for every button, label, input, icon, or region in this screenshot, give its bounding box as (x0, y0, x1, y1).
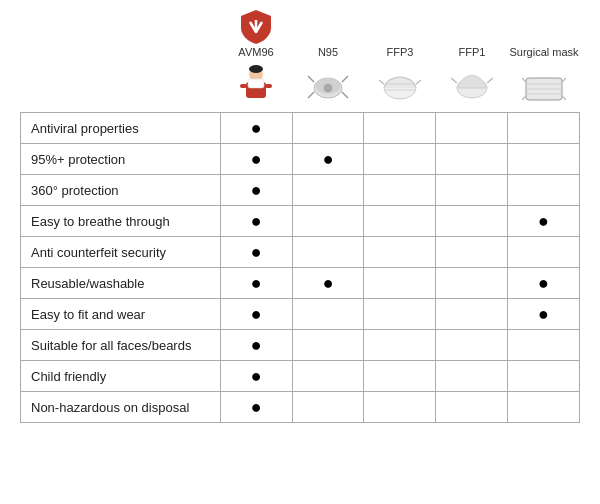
svg-line-17 (416, 80, 421, 84)
svg-line-9 (308, 76, 314, 82)
check-cell: ● (220, 268, 292, 299)
check-cell (436, 237, 508, 268)
check-cell (508, 113, 580, 144)
check-cell (364, 144, 436, 175)
checkmark: ● (251, 335, 262, 355)
check-cell: ● (220, 299, 292, 330)
svg-line-26 (522, 78, 526, 82)
surgical-mask-image (522, 62, 566, 106)
checkmark: ● (538, 211, 549, 231)
check-cell (292, 392, 364, 423)
check-cell: ● (508, 299, 580, 330)
checkmark: ● (323, 273, 334, 293)
checkmark: ● (251, 211, 262, 231)
check-cell: ● (220, 175, 292, 206)
feature-label: 360° protection (21, 175, 221, 206)
table-row: Easy to breathe through●● (21, 206, 580, 237)
check-cell: ● (220, 206, 292, 237)
checkmark: ● (251, 118, 262, 138)
check-cell (436, 299, 508, 330)
check-cell (436, 206, 508, 237)
ffp1-mask-image (450, 62, 494, 106)
feature-label: Anti counterfeit security (21, 237, 221, 268)
check-cell (292, 330, 364, 361)
check-cell: ● (220, 392, 292, 423)
svg-rect-3 (248, 79, 264, 88)
feature-label: Antiviral properties (21, 113, 221, 144)
check-cell (436, 330, 508, 361)
check-cell (292, 175, 364, 206)
n95-label: N95 (318, 46, 338, 58)
check-cell: ● (220, 113, 292, 144)
check-cell (292, 237, 364, 268)
check-cell: ● (220, 361, 292, 392)
check-cell (364, 361, 436, 392)
check-cell (508, 392, 580, 423)
check-cell (436, 361, 508, 392)
table-row: Easy to fit and wear●● (21, 299, 580, 330)
svg-point-8 (324, 84, 332, 92)
check-cell: ● (220, 237, 292, 268)
check-cell (364, 299, 436, 330)
svg-line-27 (562, 78, 566, 82)
svg-rect-4 (240, 84, 247, 88)
table-row: Child friendly● (21, 361, 580, 392)
check-cell (364, 330, 436, 361)
svg-point-1 (249, 65, 263, 73)
check-cell (364, 113, 436, 144)
check-cell (436, 392, 508, 423)
table-row: Suitable for all faces/beards● (21, 330, 580, 361)
svg-rect-5 (265, 84, 272, 88)
col-n95: N95 (292, 46, 364, 106)
check-cell (508, 144, 580, 175)
table-row: Antiviral properties● (21, 113, 580, 144)
check-cell: ● (220, 330, 292, 361)
table-row: 360° protection● (21, 175, 580, 206)
check-cell: ● (220, 144, 292, 175)
svg-line-16 (379, 80, 384, 84)
checkmark: ● (251, 273, 262, 293)
svg-line-21 (487, 78, 493, 83)
comparison-container: AVM96 N95 (20, 10, 580, 423)
check-cell: ● (292, 268, 364, 299)
feature-label: Easy to breathe through (21, 206, 221, 237)
svg-line-11 (308, 92, 314, 98)
svg-line-28 (522, 96, 526, 100)
check-cell (364, 392, 436, 423)
checkmark: ● (251, 366, 262, 386)
svg-line-20 (451, 78, 457, 83)
avm96-label: AVM96 (238, 46, 273, 58)
col-surgical: Surgical mask (508, 46, 580, 106)
check-cell (364, 175, 436, 206)
table-row: 95%+ protection●● (21, 144, 580, 175)
feature-label: Suitable for all faces/beards (21, 330, 221, 361)
check-cell (292, 299, 364, 330)
check-cell (364, 237, 436, 268)
svg-line-12 (342, 92, 348, 98)
check-cell: ● (292, 144, 364, 175)
check-cell: ● (508, 268, 580, 299)
column-headers: AVM96 N95 (20, 10, 580, 112)
check-cell (364, 206, 436, 237)
ffp3-mask-image (378, 62, 422, 106)
checkmark: ● (251, 242, 262, 262)
avm96-shield-icon (241, 10, 271, 44)
feature-label: 95%+ protection (21, 144, 221, 175)
checkmark: ● (251, 180, 262, 200)
checkmark: ● (251, 397, 262, 417)
checkmark: ● (251, 149, 262, 169)
comparison-table: Antiviral properties●95%+ protection●●36… (20, 112, 580, 423)
feature-label: Reusable/washable (21, 268, 221, 299)
svg-line-29 (562, 96, 566, 100)
feature-label: Easy to fit and wear (21, 299, 221, 330)
ffp3-label: FFP3 (387, 46, 414, 58)
col-ffp1: FFP1 (436, 46, 508, 106)
check-cell (292, 206, 364, 237)
check-cell (508, 361, 580, 392)
svg-line-10 (342, 76, 348, 82)
ffp1-label: FFP1 (459, 46, 486, 58)
table-row: Non-hazardous on disposal● (21, 392, 580, 423)
checkmark: ● (538, 273, 549, 293)
checkmark: ● (323, 149, 334, 169)
feature-label: Child friendly (21, 361, 221, 392)
